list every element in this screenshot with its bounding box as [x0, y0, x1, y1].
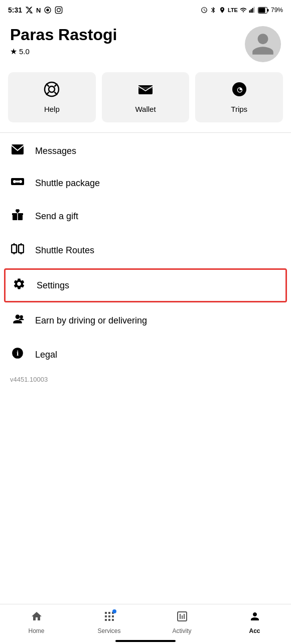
- status-indicators: LTE 79%: [201, 7, 283, 14]
- gift-icon: [10, 208, 25, 224]
- avatar[interactable]: [245, 26, 281, 62]
- trips-label: Trips: [231, 105, 247, 113]
- status-bar: 5:31 N LTE 79%: [0, 0, 291, 18]
- svg-rect-41: [108, 612, 110, 614]
- status-time: 5:31 N: [8, 6, 63, 14]
- svg-point-37: [20, 315, 23, 318]
- svg-rect-31: [12, 245, 17, 253]
- carrier-icon: N: [36, 7, 41, 14]
- user-rating: ★ 5.0: [10, 47, 117, 56]
- menu-list: Messages Shuttle package Send a gift: [0, 135, 291, 372]
- grid-icon: [103, 610, 115, 625]
- info-icon: i: [10, 347, 25, 363]
- battery-percent: 79%: [271, 7, 283, 14]
- help-icon: [44, 81, 60, 100]
- menu-item-legal[interactable]: i Legal: [0, 338, 291, 372]
- home-indicator: [115, 640, 176, 642]
- svg-rect-11: [267, 9, 269, 12]
- svg-point-1: [47, 9, 49, 11]
- svg-rect-40: [105, 612, 107, 614]
- menu-item-earn-driving[interactable]: Earn by driving or delivering: [0, 303, 291, 338]
- earn-driving-label: Earn by driving or delivering: [35, 315, 147, 326]
- services-label: Services: [97, 627, 120, 634]
- svg-rect-47: [108, 619, 110, 621]
- menu-item-settings[interactable]: Settings: [4, 268, 287, 302]
- account-label: Acc: [249, 627, 260, 634]
- svg-point-25: [13, 180, 16, 183]
- bottom-navigation: Home Services: [0, 604, 291, 644]
- svg-rect-2: [56, 7, 62, 13]
- instagram-icon: [55, 6, 63, 14]
- svg-point-26: [19, 180, 22, 183]
- svg-rect-46: [105, 619, 107, 621]
- svg-rect-43: [105, 615, 107, 617]
- home-label: Home: [28, 627, 44, 634]
- svg-rect-32: [19, 245, 24, 253]
- version-text: v4451.10003: [10, 376, 48, 383]
- gear-icon: [12, 277, 27, 293]
- menu-item-shuttle-routes[interactable]: Shuttle Routes: [0, 233, 291, 267]
- wallet-icon: [137, 81, 154, 100]
- battery-icon: [258, 7, 269, 14]
- settings-label: Settings: [37, 280, 69, 291]
- trips-button[interactable]: ◔ Trips: [195, 72, 283, 122]
- wallet-label: Wallet: [135, 105, 156, 113]
- trips-icon: ◔: [231, 81, 247, 100]
- menu-item-shuttle-package[interactable]: Shuttle package: [0, 167, 291, 199]
- messages-label: Messages: [35, 146, 76, 156]
- user-name: Paras Rastogi: [10, 26, 117, 44]
- wallet-button[interactable]: Wallet: [102, 72, 190, 122]
- svg-text:◔: ◔: [236, 86, 242, 93]
- user-info: Paras Rastogi ★ 5.0: [10, 26, 117, 56]
- quick-actions: Help Wallet ◔ Trips: [0, 72, 291, 132]
- legal-label: Legal: [35, 350, 57, 360]
- svg-text:i: i: [17, 349, 19, 357]
- activity-label: Activity: [172, 627, 191, 634]
- avatar-icon: [250, 31, 276, 57]
- svg-rect-10: [258, 8, 265, 13]
- bluetooth-icon: [210, 7, 217, 14]
- person-icon: [10, 312, 25, 329]
- nav-account[interactable]: Acc: [218, 608, 291, 634]
- version-info: v4451.10003: [0, 372, 291, 393]
- help-button[interactable]: Help: [8, 72, 96, 122]
- svg-point-3: [57, 9, 61, 12]
- nav-home[interactable]: Home: [0, 608, 73, 634]
- routes-icon: [10, 242, 25, 258]
- svg-rect-8: [253, 7, 254, 13]
- send-gift-label: Send a gift: [35, 211, 78, 222]
- wifi-icon: [240, 7, 247, 14]
- location-icon: [219, 7, 226, 14]
- nav-activity[interactable]: Activity: [145, 608, 218, 634]
- menu-item-messages[interactable]: Messages: [0, 135, 291, 167]
- help-label: Help: [44, 105, 60, 113]
- star-icon: ★: [10, 47, 17, 56]
- header-divider: [0, 132, 291, 133]
- envelope-icon: [10, 144, 25, 158]
- nav-services[interactable]: Services: [73, 608, 145, 634]
- time-display: 5:31: [8, 6, 22, 14]
- svg-rect-7: [252, 8, 253, 13]
- twitter-icon: [25, 6, 33, 14]
- ticket-icon: [10, 176, 25, 190]
- activity-icon: [176, 610, 188, 625]
- services-dot: [112, 609, 116, 613]
- svg-rect-20: [138, 85, 153, 87]
- home-icon: [31, 610, 43, 625]
- svg-rect-45: [112, 615, 114, 617]
- shuttle-package-label: Shuttle package: [35, 178, 100, 189]
- svg-rect-6: [250, 9, 251, 13]
- svg-rect-44: [108, 615, 110, 617]
- profile-header: Paras Rastogi ★ 5.0: [0, 18, 291, 72]
- signal-icon: [249, 7, 256, 14]
- alarm-icon: [201, 7, 208, 14]
- svg-rect-5: [249, 11, 250, 13]
- app-icon-1: [44, 6, 52, 14]
- rating-value: 5.0: [19, 47, 30, 56]
- account-nav-icon: [249, 610, 261, 625]
- menu-item-send-gift[interactable]: Send a gift: [0, 199, 291, 233]
- lte-indicator: LTE: [228, 7, 238, 13]
- svg-rect-23: [12, 144, 24, 154]
- svg-rect-48: [112, 619, 114, 621]
- svg-point-4: [60, 8, 61, 9]
